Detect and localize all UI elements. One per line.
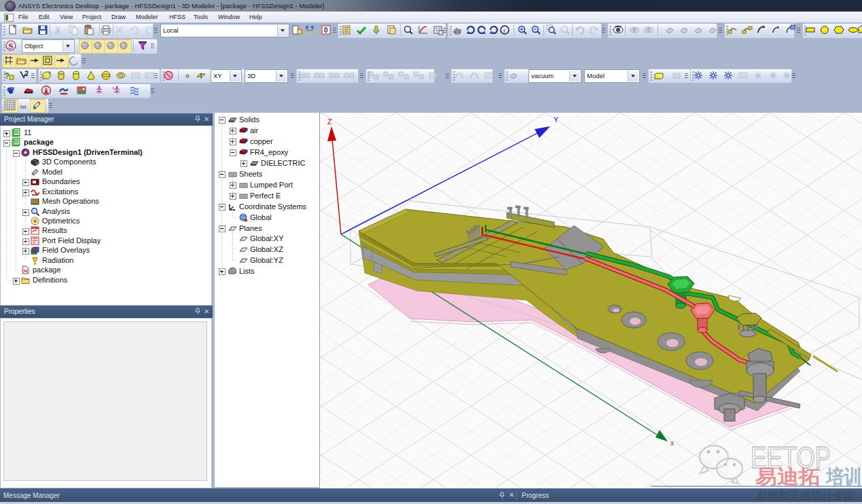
svg-text:?: ?: [24, 70, 29, 77]
svg-text:培训: 培训: [825, 466, 862, 488]
svg-text:i: i: [503, 27, 505, 34]
svg-text:S: S: [9, 41, 14, 51]
svg-text:Z: Z: [327, 118, 332, 126]
svg-text:?: ?: [4, 71, 10, 81]
svg-text:Y: Y: [554, 115, 559, 124]
svg-text:易迪拓: 易迪拓: [755, 466, 821, 488]
svg-text:x: x: [670, 439, 674, 447]
svg-text:0: 0: [324, 26, 328, 34]
svg-text:+: +: [112, 86, 115, 90]
svg-text:txt: txt: [20, 104, 26, 110]
